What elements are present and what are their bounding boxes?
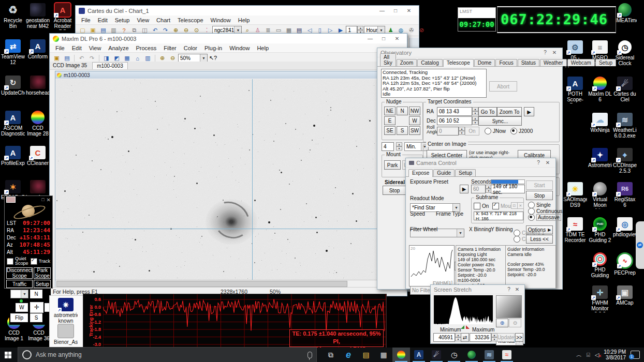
desktop-icon-bienor-astr[interactable]: Bienor_Astr... [54, 324, 78, 345]
nudge-n-button[interactable]: N [397, 107, 408, 115]
drag-hand-icon[interactable]: ✛ [30, 302, 43, 313]
menu-chart[interactable]: Chart [153, 17, 174, 24]
tab-ccd-image-35[interactable]: CCD Image 35 [53, 63, 87, 68]
desktop-icon-ccd-image-28[interactable]: CCD Image 28 [26, 111, 50, 137]
desktop-icon-nmeatime[interactable]: ↗NMEATime [613, 3, 637, 23]
menu-view[interactable]: View [85, 44, 105, 52]
maxim-dl-icon[interactable] [392, 348, 410, 362]
autosave-radio[interactable] [528, 214, 535, 221]
menu-setup[interactable]: Setup [111, 17, 134, 24]
close-button[interactable]: ✕ [402, 6, 416, 15]
track-checkbox[interactable] [31, 258, 37, 265]
desktop-icon-acrobat-reader-dc[interactable]: A↗Acrobat Reader DC [51, 3, 75, 30]
menu-analyze[interactable]: Analyze [105, 44, 132, 52]
start-button[interactable]: Start [526, 180, 553, 190]
help-button[interactable]: ? [505, 285, 513, 294]
stop-button[interactable]: Stop [526, 191, 553, 200]
desktop-icon-horsehead4[interactable]: horsehead4... [26, 76, 50, 96]
minimize-button[interactable]: — [363, 34, 377, 43]
tab-catalog[interactable]: Catalog [417, 59, 442, 66]
zoom-in-button[interactable]: ⊕ [496, 319, 508, 327]
nudge-ne-button[interactable]: NE [384, 107, 396, 115]
less-button[interactable]: Less << [526, 235, 553, 244]
weatherlink-icon[interactable]: ≋ [480, 348, 498, 362]
menu-help[interactable]: Help [253, 44, 272, 52]
update-button[interactable]: Update [497, 333, 515, 342]
traffic-button[interactable]: Traffic [6, 280, 33, 288]
roll-on-button[interactable]: On [465, 127, 479, 135]
edge-icon[interactable]: e [340, 348, 357, 362]
subframe-clear-button[interactable]: ✕ [517, 202, 524, 209]
menu-edit[interactable]: Edit [68, 44, 85, 52]
screen-stretch-titlebar[interactable]: Screen Stretch ? ✕ [431, 285, 524, 294]
help-button[interactable]: ? [540, 48, 550, 57]
tab-all-sky[interactable]: All Sky [380, 53, 396, 66]
roll-spinner[interactable]: ▲▼ [459, 127, 465, 134]
speaker-muted-icon[interactable]: ◁✕ [595, 352, 599, 358]
menu-telescope[interactable]: Telescope [174, 17, 207, 24]
seconds-input[interactable]: 60 [471, 185, 486, 193]
nudge-w-button[interactable]: W [409, 116, 420, 125]
menu-window[interactable]: Window [226, 44, 253, 52]
menu-file[interactable]: File [52, 44, 68, 52]
preset-arrow-button[interactable]: ▶ [460, 185, 469, 193]
tdm-recorder-icon[interactable]: ≈ [498, 348, 516, 362]
start-button[interactable] [0, 348, 16, 362]
tab-focus[interactable]: Focus [495, 59, 517, 66]
maximum-input[interactable]: 33236 [470, 333, 491, 342]
menu-file[interactable]: File [78, 17, 94, 24]
desktop-icon-ccdinspec-2-5-3[interactable]: ⌖↗CCDInspec... 2.5.3 [613, 148, 637, 174]
j2000-radio[interactable] [510, 128, 517, 134]
observatory-titlebar[interactable]: Observatory ? ✕ [377, 48, 562, 57]
tray-clock[interactable]: 10:29 PM 3/8/2017 [604, 349, 626, 360]
menu-plug-in[interactable]: Plug-in [201, 44, 226, 52]
close-button[interactable]: ✕ [550, 48, 559, 57]
roll-angle-input[interactable]: 0 [437, 127, 459, 135]
setup-button[interactable]: Setup [34, 280, 51, 288]
desktop-icon-ccleaner[interactable]: C↗CCleaner [26, 146, 50, 166]
camera-control-titlebar[interactable]: Camera Control ? ✕ [406, 158, 555, 168]
nudge-north-button[interactable]: N [30, 290, 42, 298]
desktop-icon-registax-6[interactable]: R6↗RegiStax 6 [613, 182, 637, 208]
nmea-time-icon[interactable] [463, 348, 480, 362]
cartes-titlebar[interactable]: Cartes du Ciel - Chart_1 — □ ✕ [76, 6, 419, 16]
step-spinner[interactable]: ▲▼ [357, 26, 363, 34]
ra-spinner[interactable]: ▲▼ [472, 107, 478, 115]
dec-input[interactable]: 06 10 52 [437, 116, 472, 125]
tab-telescope[interactable]: Telescope [443, 59, 474, 67]
menu-edit[interactable]: Edit [94, 17, 111, 24]
close-button[interactable]: ✕ [390, 34, 404, 43]
desktop-icon-recycle-bin[interactable]: ♻Recycle Bin [1, 3, 25, 29]
desktop-icon-updatecheck[interactable]: ↻↗UpdateCheck [1, 76, 25, 96]
step-size-select[interactable]: 30'▼ [10, 290, 28, 298]
flip-button[interactable]: Flip [10, 313, 28, 322]
desktop-icon-conform[interactable]: A↗Conform [26, 39, 50, 59]
desktop-icon-weatherlink-6-0-3-exe[interactable]: ≋↗WeatherLink 6.0.3.exe [613, 113, 637, 139]
nudge-nw-button[interactable]: NW [409, 107, 420, 115]
park-button[interactable]: Park [384, 160, 401, 170]
tab-guide[interactable]: Guide [433, 169, 455, 176]
taskbar-search[interactable]: Ask me anything [18, 347, 317, 362]
desktop-icon-saoimage-ds9[interactable]: ☀↗SAOImage DS9 [563, 182, 587, 208]
file-explorer-icon[interactable]: ▤ [357, 348, 375, 362]
camera2-radio[interactable] [514, 236, 520, 243]
tab-m100-0003[interactable]: m100-0003 [92, 62, 128, 69]
desktop-icon-geostationary-near-m42[interactable]: geostationary near M42 [26, 3, 50, 29]
maximize-button[interactable]: □ [389, 6, 402, 15]
close-button[interactable]: ✕ [543, 158, 552, 167]
park-scope-button[interactable]: Park Scope [34, 267, 51, 279]
close-button[interactable]: ✕ [47, 197, 51, 203]
desktop-icon-astrometrica[interactable]: ✦↗Astrometrica [588, 148, 612, 168]
nudge-step-spinner[interactable]: ▲▼ [396, 142, 402, 150]
swap-button[interactable]: ⇄ [461, 333, 469, 342]
tab-weather[interactable]: Weather [540, 59, 567, 66]
maximum-marker[interactable] [466, 325, 470, 329]
desktop-icon-astrometrica-known-obje[interactable]: ✷↗astrometrica known obje... [54, 298, 78, 325]
jnow-radio[interactable] [485, 128, 491, 134]
tab-expose[interactable]: Expose [408, 169, 433, 177]
ascom-icon[interactable]: A [410, 348, 428, 362]
goto-button[interactable]: Go To [478, 107, 497, 116]
nudge-step-input[interactable]: 4 [382, 142, 394, 151]
tab-status[interactable]: Status [518, 59, 539, 66]
desktop-icon-tdm-te-recorder[interactable]: ≈↗TDM TE Recorder [563, 217, 587, 243]
